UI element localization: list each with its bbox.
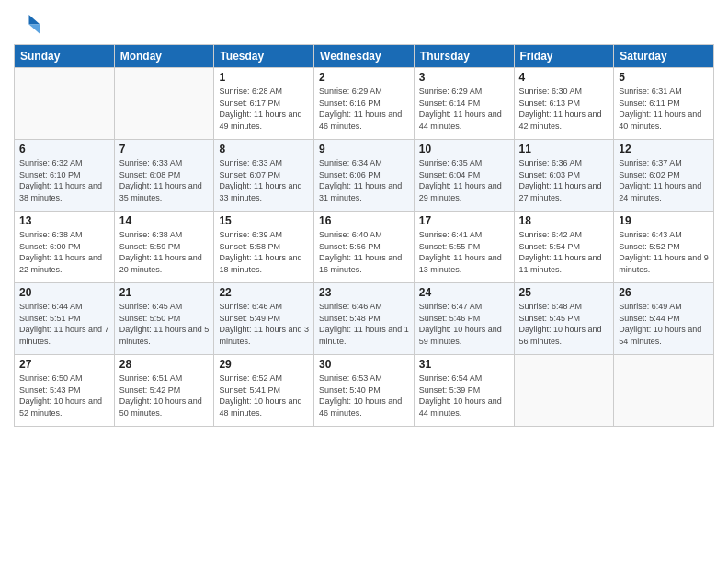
day-info: Sunrise: 6:52 AM Sunset: 5:41 PM Dayligh… <box>219 373 309 419</box>
day-number: 29 <box>219 358 309 371</box>
calendar-day-cell: 11Sunrise: 6:36 AM Sunset: 6:03 PM Dayli… <box>514 140 614 212</box>
calendar-week-row: 13Sunrise: 6:38 AM Sunset: 6:00 PM Dayli… <box>15 212 714 283</box>
day-number: 16 <box>319 214 409 227</box>
calendar-day-header: Monday <box>114 45 214 68</box>
calendar-week-row: 6Sunrise: 6:32 AM Sunset: 6:10 PM Daylig… <box>15 140 714 212</box>
calendar-week-row: 20Sunrise: 6:44 AM Sunset: 5:51 PM Dayli… <box>15 283 714 355</box>
calendar-day-cell: 18Sunrise: 6:42 AM Sunset: 5:54 PM Dayli… <box>514 212 614 283</box>
day-info: Sunrise: 6:48 AM Sunset: 5:45 PM Dayligh… <box>519 301 609 347</box>
day-number: 13 <box>19 214 109 227</box>
day-info: Sunrise: 6:35 AM Sunset: 6:04 PM Dayligh… <box>419 157 509 203</box>
calendar-week-row: 27Sunrise: 6:50 AM Sunset: 5:43 PM Dayli… <box>15 355 714 427</box>
day-info: Sunrise: 6:29 AM Sunset: 6:16 PM Dayligh… <box>319 86 409 132</box>
day-number: 3 <box>419 71 509 84</box>
calendar-day-cell: 21Sunrise: 6:45 AM Sunset: 5:50 PM Dayli… <box>114 283 214 355</box>
calendar-day-cell: 2Sunrise: 6:29 AM Sunset: 6:16 PM Daylig… <box>314 68 415 140</box>
day-info: Sunrise: 6:42 AM Sunset: 5:54 PM Dayligh… <box>519 229 609 275</box>
logo-icon <box>14 9 41 37</box>
calendar-day-cell: 7Sunrise: 6:33 AM Sunset: 6:08 PM Daylig… <box>114 140 214 212</box>
calendar-day-cell: 19Sunrise: 6:43 AM Sunset: 5:52 PM Dayli… <box>614 212 714 283</box>
calendar-header-row: SundayMondayTuesdayWednesdayThursdayFrid… <box>15 45 714 68</box>
calendar-day-cell: 1Sunrise: 6:28 AM Sunset: 6:17 PM Daylig… <box>214 68 314 140</box>
day-number: 21 <box>119 286 210 299</box>
day-number: 22 <box>219 286 309 299</box>
day-info: Sunrise: 6:37 AM Sunset: 6:02 PM Dayligh… <box>619 157 709 203</box>
calendar-day-cell: 8Sunrise: 6:33 AM Sunset: 6:07 PM Daylig… <box>214 140 314 212</box>
day-number: 6 <box>19 143 109 155</box>
day-number: 9 <box>319 143 409 155</box>
day-info: Sunrise: 6:54 AM Sunset: 5:39 PM Dayligh… <box>419 373 509 419</box>
day-number: 27 <box>19 358 109 371</box>
day-number: 15 <box>219 214 309 227</box>
calendar-day-header: Thursday <box>414 45 514 68</box>
calendar-day-cell: 9Sunrise: 6:34 AM Sunset: 6:06 PM Daylig… <box>314 140 415 212</box>
day-info: Sunrise: 6:36 AM Sunset: 6:03 PM Dayligh… <box>519 157 609 203</box>
day-number: 12 <box>619 143 709 155</box>
day-info: Sunrise: 6:32 AM Sunset: 6:10 PM Dayligh… <box>19 157 109 203</box>
day-info: Sunrise: 6:40 AM Sunset: 5:56 PM Dayligh… <box>319 229 409 275</box>
day-number: 17 <box>419 214 509 227</box>
day-info: Sunrise: 6:46 AM Sunset: 5:48 PM Dayligh… <box>319 301 409 347</box>
day-number: 31 <box>419 358 509 371</box>
day-number: 19 <box>619 214 709 227</box>
day-info: Sunrise: 6:46 AM Sunset: 5:49 PM Dayligh… <box>219 301 309 347</box>
day-info: Sunrise: 6:31 AM Sunset: 6:11 PM Dayligh… <box>619 86 709 132</box>
calendar-day-cell <box>15 68 115 140</box>
calendar-day-cell: 10Sunrise: 6:35 AM Sunset: 6:04 PM Dayli… <box>414 140 514 212</box>
calendar-day-cell: 26Sunrise: 6:49 AM Sunset: 5:44 PM Dayli… <box>614 283 714 355</box>
calendar-day-header: Sunday <box>15 45 115 68</box>
calendar-day-header: Friday <box>514 45 614 68</box>
day-info: Sunrise: 6:33 AM Sunset: 6:08 PM Dayligh… <box>119 157 210 203</box>
day-number: 5 <box>619 71 709 84</box>
calendar-day-cell: 25Sunrise: 6:48 AM Sunset: 5:45 PM Dayli… <box>514 283 614 355</box>
calendar-table: SundayMondayTuesdayWednesdayThursdayFrid… <box>14 44 714 427</box>
day-number: 8 <box>219 143 309 155</box>
calendar-day-cell: 13Sunrise: 6:38 AM Sunset: 6:00 PM Dayli… <box>15 212 115 283</box>
calendar-day-cell <box>114 68 214 140</box>
day-info: Sunrise: 6:43 AM Sunset: 5:52 PM Dayligh… <box>619 229 709 275</box>
day-number: 4 <box>519 71 609 84</box>
calendar-week-row: 1Sunrise: 6:28 AM Sunset: 6:17 PM Daylig… <box>15 68 714 140</box>
day-info: Sunrise: 6:51 AM Sunset: 5:42 PM Dayligh… <box>119 373 210 419</box>
calendar-day-cell: 27Sunrise: 6:50 AM Sunset: 5:43 PM Dayli… <box>15 355 115 427</box>
calendar-day-cell: 22Sunrise: 6:46 AM Sunset: 5:49 PM Dayli… <box>214 283 314 355</box>
day-number: 30 <box>319 358 409 371</box>
day-number: 10 <box>419 143 509 155</box>
calendar-day-cell: 17Sunrise: 6:41 AM Sunset: 5:55 PM Dayli… <box>414 212 514 283</box>
svg-marker-0 <box>29 15 40 25</box>
day-number: 2 <box>319 71 409 84</box>
calendar-day-cell <box>514 355 614 427</box>
calendar-day-cell: 20Sunrise: 6:44 AM Sunset: 5:51 PM Dayli… <box>15 283 115 355</box>
day-number: 11 <box>519 143 609 155</box>
day-number: 25 <box>519 286 609 299</box>
calendar-day-header: Tuesday <box>214 45 314 68</box>
calendar-day-cell: 24Sunrise: 6:47 AM Sunset: 5:46 PM Dayli… <box>414 283 514 355</box>
calendar-day-cell: 31Sunrise: 6:54 AM Sunset: 5:39 PM Dayli… <box>414 355 514 427</box>
calendar-day-cell: 29Sunrise: 6:52 AM Sunset: 5:41 PM Dayli… <box>214 355 314 427</box>
day-number: 18 <box>519 214 609 227</box>
calendar-day-cell: 12Sunrise: 6:37 AM Sunset: 6:02 PM Dayli… <box>614 140 714 212</box>
calendar-day-header: Saturday <box>614 45 714 68</box>
logo <box>14 9 45 37</box>
day-info: Sunrise: 6:38 AM Sunset: 6:00 PM Dayligh… <box>19 229 109 275</box>
day-number: 24 <box>419 286 509 299</box>
calendar-day-header: Wednesday <box>314 45 415 68</box>
day-info: Sunrise: 6:38 AM Sunset: 5:59 PM Dayligh… <box>119 229 210 275</box>
calendar-day-cell: 6Sunrise: 6:32 AM Sunset: 6:10 PM Daylig… <box>15 140 115 212</box>
day-info: Sunrise: 6:47 AM Sunset: 5:46 PM Dayligh… <box>419 301 509 347</box>
day-info: Sunrise: 6:39 AM Sunset: 5:58 PM Dayligh… <box>219 229 309 275</box>
day-info: Sunrise: 6:44 AM Sunset: 5:51 PM Dayligh… <box>19 301 109 347</box>
day-info: Sunrise: 6:28 AM Sunset: 6:17 PM Dayligh… <box>219 86 309 132</box>
calendar-day-cell: 14Sunrise: 6:38 AM Sunset: 5:59 PM Dayli… <box>114 212 214 283</box>
calendar-day-cell: 5Sunrise: 6:31 AM Sunset: 6:11 PM Daylig… <box>614 68 714 140</box>
calendar-day-cell: 16Sunrise: 6:40 AM Sunset: 5:56 PM Dayli… <box>314 212 415 283</box>
day-info: Sunrise: 6:34 AM Sunset: 6:06 PM Dayligh… <box>319 157 409 203</box>
day-info: Sunrise: 6:53 AM Sunset: 5:40 PM Dayligh… <box>319 373 409 419</box>
day-info: Sunrise: 6:49 AM Sunset: 5:44 PM Dayligh… <box>619 301 709 347</box>
day-number: 20 <box>19 286 109 299</box>
header <box>14 9 714 37</box>
day-info: Sunrise: 6:29 AM Sunset: 6:14 PM Dayligh… <box>419 86 509 132</box>
day-number: 26 <box>619 286 709 299</box>
page: SundayMondayTuesdayWednesdayThursdayFrid… <box>0 0 728 563</box>
calendar-day-cell: 4Sunrise: 6:30 AM Sunset: 6:13 PM Daylig… <box>514 68 614 140</box>
